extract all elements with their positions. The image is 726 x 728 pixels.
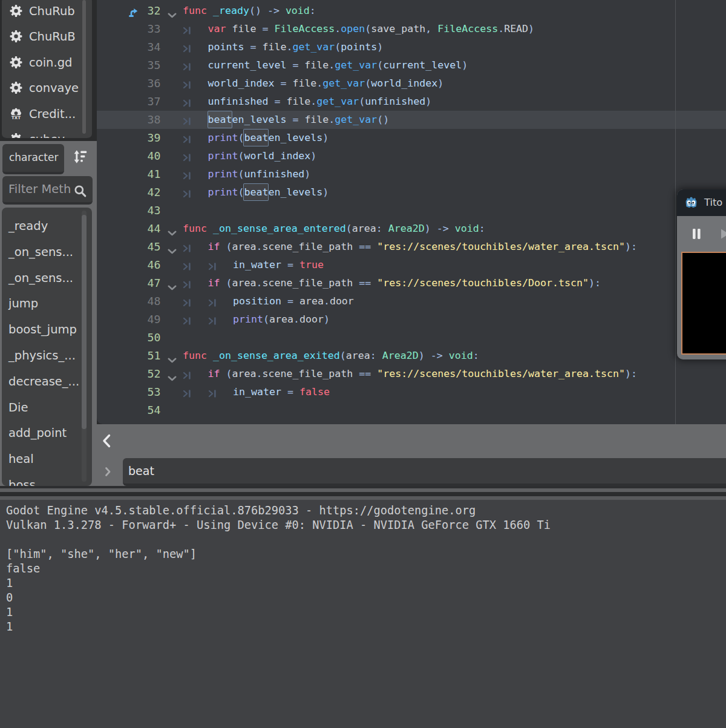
method-item[interactable]: _on_sens... — [2, 264, 92, 290]
game-viewport[interactable] — [681, 252, 726, 355]
code-line-41[interactable]: 41 print(unfinished) — [97, 165, 726, 183]
line-number: 42 — [97, 183, 161, 202]
game-window-titlebar[interactable]: Tito — [677, 189, 726, 216]
code-editor[interactable]: 32 func _ready() -> void:33 var file = F… — [97, 0, 726, 424]
output-line: Godot Engine v4.5.stable.official.876b29… — [6, 503, 551, 518]
fold-arrow-icon[interactable] — [168, 249, 177, 254]
sort-methods-button[interactable] — [72, 149, 88, 165]
code-text: in_water = true — [233, 256, 324, 274]
code-text: beaten_levels = file.get_var() — [208, 111, 390, 129]
code-text: var file = FileAccess.open(save_path, Fi… — [208, 20, 535, 38]
code-line-43[interactable]: 43 — [97, 202, 726, 220]
code-line-39[interactable]: 39 print(beaten_levels) — [97, 129, 726, 147]
method-item[interactable]: Die — [2, 394, 92, 420]
tab-mark-icon — [183, 372, 192, 379]
script-item[interactable]: TXT Credit... — [2, 101, 92, 127]
method-item[interactable]: _ready — [2, 213, 92, 239]
line-number: 43 — [97, 202, 161, 220]
fold-arrow-icon[interactable] — [168, 358, 177, 363]
script-item-label: coin.gd — [29, 55, 72, 69]
code-text: if (area.scene_file_path == "res://scene… — [208, 365, 637, 383]
tab-mark-icon — [183, 27, 192, 34]
script-item[interactable]: convaye — [2, 75, 92, 101]
chevron-left-icon[interactable] — [102, 434, 111, 448]
line-number: 51 — [97, 347, 161, 365]
method-item[interactable]: boss — [2, 472, 92, 486]
code-line-36[interactable]: 36 world_index = file.get_var(world_inde… — [97, 74, 726, 93]
line-number: 33 — [97, 20, 161, 38]
code-line-47[interactable]: 47 if (area.scene_file_path == "res://sc… — [97, 274, 726, 292]
current-script-button[interactable]: character — [2, 144, 64, 174]
method-item[interactable]: _on_sens... — [2, 238, 92, 264]
line-number: 45 — [97, 238, 161, 256]
code-text: unfinished = file.get_var(unfinished) — [208, 93, 432, 111]
code-line-44[interactable]: 44 func _on_sense_area_entered(area: Are… — [97, 220, 726, 238]
code-text: func _on_sense_area_exited(area: Area2D)… — [183, 347, 479, 365]
play-button[interactable] — [721, 229, 726, 239]
method-item-label: Die — [8, 400, 28, 414]
output-panel: Godot Engine v4.5.stable.official.876b29… — [0, 500, 726, 728]
tab-mark-icon — [183, 281, 192, 289]
search-input[interactable] — [123, 458, 726, 484]
line-number: 49 — [97, 310, 161, 329]
code-line-32[interactable]: 32 func _ready() -> void: — [97, 2, 726, 20]
code-line-51[interactable]: 51 func _on_sense_area_exited(area: Area… — [97, 347, 726, 365]
method-item[interactable]: add_point — [2, 420, 92, 446]
fold-arrow-icon[interactable] — [168, 231, 177, 236]
method-item[interactable]: boost_jump — [2, 316, 92, 343]
play-icon — [721, 229, 726, 239]
code-text: print(area.door) — [233, 310, 330, 329]
scripts-list-scrollbar[interactable] — [82, 0, 86, 134]
svg-text:TXT: TXT — [11, 115, 21, 120]
line-number: 41 — [97, 165, 161, 183]
tab-mark-icon — [183, 81, 192, 89]
script-item[interactable]: coin.gd — [2, 50, 92, 76]
code-line-42[interactable]: 42 print(beaten_levels) — [97, 183, 726, 202]
chevron-right-icon[interactable] — [105, 467, 111, 477]
gdscript-icon — [10, 56, 22, 68]
script-item[interactable]: ChuRub — [2, 0, 92, 24]
output-log[interactable]: Godot Engine v4.5.stable.official.876b29… — [6, 503, 551, 634]
line-number: 54 — [97, 401, 161, 419]
methods-scrollbar[interactable] — [82, 215, 87, 429]
fold-arrow-icon[interactable] — [168, 13, 177, 18]
tab-mark-icon — [183, 172, 192, 180]
game-window[interactable]: Tito — [677, 189, 726, 359]
code-line-37[interactable]: 37 unfinished = file.get_var(unfinished) — [97, 93, 726, 111]
code-line-48[interactable]: 48 position = area.door — [97, 292, 726, 310]
code-line-33[interactable]: 33 var file = FileAccess.open(save_path,… — [97, 20, 726, 38]
connection-indicator-icon[interactable] — [127, 7, 139, 18]
code-line-38[interactable]: 38 beaten_levels = file.get_var() — [97, 111, 726, 129]
pause-button[interactable] — [693, 229, 701, 239]
fold-arrow-icon[interactable] — [168, 376, 177, 381]
method-item-label: _ready — [8, 218, 48, 232]
code-line-46[interactable]: 46 in_water = true — [97, 256, 726, 274]
script-item[interactable]: cubey — [2, 126, 92, 139]
code-line-50[interactable]: 50 — [97, 329, 726, 347]
script-item[interactable]: ChuRuB — [2, 24, 92, 50]
game-window-title: Tito — [704, 189, 722, 216]
output-line: 1 — [6, 576, 551, 591]
code-line-52[interactable]: 52 if (area.scene_file_path == "res://sc… — [97, 365, 726, 383]
code-line-40[interactable]: 40 print(world_index) — [97, 147, 726, 165]
methods-list: _ready_on_sens..._on_sens...jumpboost_ju… — [2, 208, 92, 486]
line-number: 40 — [97, 147, 161, 165]
method-item[interactable]: jump — [2, 290, 92, 316]
tab-mark-icon — [208, 263, 218, 271]
script-outline-panel: character _ready_on_sens..._on_sens...ju… — [0, 141, 97, 488]
method-item[interactable]: _physics_... — [2, 343, 92, 369]
gdscript-icon — [10, 82, 22, 94]
fold-arrow-icon[interactable] — [168, 285, 177, 290]
code-line-49[interactable]: 49 print(area.door) — [97, 310, 726, 329]
line-number: 36 — [97, 74, 161, 93]
gdscript-icon — [10, 56, 22, 68]
method-item[interactable]: heal — [2, 446, 92, 472]
code-line-53[interactable]: 53 in_water = false — [97, 383, 726, 401]
code-line-34[interactable]: 34 points = file.get_var(points) — [97, 38, 726, 56]
textfile-icon: TXT — [10, 107, 22, 120]
method-item[interactable]: decrease_... — [2, 368, 92, 394]
code-line-35[interactable]: 35 current_level = file.get_var(current_… — [97, 56, 726, 74]
code-line-45[interactable]: 45 if (area.scene_file_path == "res://sc… — [97, 238, 726, 256]
code-text: print(world_index) — [208, 147, 317, 165]
code-line-54[interactable]: 54 — [97, 401, 726, 419]
